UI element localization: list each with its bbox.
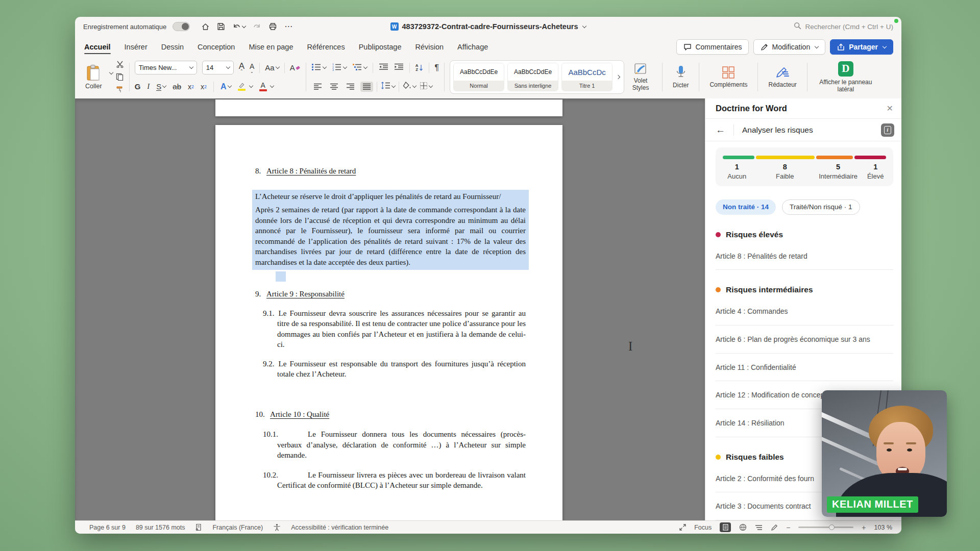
paste-button[interactable]: Coller [82, 63, 105, 91]
autosave-toggle[interactable] [173, 22, 190, 31]
doc-title-chevron-icon[interactable] [582, 23, 586, 28]
style-normal[interactable]: AaBbCcDdEe Normal [453, 63, 504, 91]
tab-conception[interactable]: Conception [198, 40, 235, 54]
draft-pen-icon[interactable] [771, 524, 778, 531]
superscript-button[interactable]: x2 [201, 83, 207, 91]
proofing-icon[interactable] [195, 523, 202, 531]
line-spacing-button[interactable] [381, 82, 390, 91]
tab-references[interactable]: Références [307, 40, 345, 54]
tab-publipostage[interactable]: Publipostage [359, 40, 402, 54]
undo-icon[interactable] [232, 22, 246, 31]
shading-chevron-icon[interactable] [412, 84, 416, 88]
decrease-indent-button[interactable] [379, 63, 388, 73]
editor-button[interactable]: Rédacteur [763, 60, 801, 94]
share-button[interactable]: Partager [830, 39, 893, 55]
align-right-button[interactable] [344, 82, 357, 92]
editing-mode-button[interactable]: Modification [753, 39, 825, 55]
back-arrow-icon[interactable]: ← [716, 124, 725, 136]
tab-dessin[interactable]: Dessin [161, 40, 184, 54]
highlight-chevron-icon[interactable] [249, 84, 253, 88]
risk-item[interactable]: Article 11 : Confidentialité [716, 354, 893, 382]
underline-button[interactable]: S [156, 83, 166, 91]
search-box[interactable]: Rechercher (Cmd + Ctrl + U) [794, 22, 893, 32]
close-icon[interactable]: ✕ [887, 105, 893, 113]
align-center-button[interactable] [328, 82, 340, 92]
risk-gauge-bar [723, 156, 886, 159]
document-title[interactable]: 483729372-Contrat-cadre-Fournisseurs-Ach… [402, 22, 578, 31]
tab-inserer[interactable]: Insérer [125, 40, 148, 54]
bullet-list-button[interactable] [311, 63, 322, 73]
bold-button[interactable]: G [135, 82, 141, 91]
outline-view-icon[interactable] [755, 524, 763, 531]
increase-indent-button[interactable] [394, 63, 404, 73]
zoom-slider[interactable] [798, 527, 853, 528]
pilcrow-button[interactable]: ¶ [435, 63, 439, 72]
shading-button[interactable] [403, 82, 411, 91]
risk-item[interactable]: Article 8 : Pénalités de retard [716, 242, 893, 270]
style-sans-interligne[interactable]: AaBbCcDdEe Sans interligne [507, 63, 558, 91]
styles-more-chevron-icon[interactable] [616, 75, 620, 79]
tab-revision[interactable]: Révision [415, 40, 444, 54]
strikethrough-button[interactable]: ab [173, 82, 181, 91]
document-page[interactable]: 8.Article 8 : Pénalités de retard L’Ache… [215, 125, 562, 520]
more-options-icon[interactable]: ⋯ [284, 22, 292, 31]
bullet-chevron-icon[interactable] [322, 65, 326, 69]
print-layout-view-icon[interactable] [720, 522, 731, 532]
zoom-level[interactable]: 103 % [874, 524, 892, 531]
risk-item[interactable]: Article 4 : Commandes [716, 297, 893, 325]
justify-button[interactable] [360, 82, 373, 92]
language-indicator[interactable]: Français (France) [212, 524, 263, 531]
tab-mise-en-page[interactable]: Mise en page [249, 40, 293, 54]
style-titre-1[interactable]: AaBbCcDc Titre 1 [561, 63, 612, 91]
font-color-chevron-icon[interactable] [270, 84, 274, 88]
numbered-chevron-icon[interactable] [342, 65, 347, 69]
document-canvas[interactable]: 8.Article 8 : Pénalités de retard L’Ache… [75, 98, 705, 520]
line-spacing-chevron-icon[interactable] [391, 84, 395, 88]
align-left-button[interactable] [311, 82, 324, 92]
focus-label[interactable]: Focus [694, 524, 712, 531]
info-icon[interactable]: i [881, 123, 894, 137]
word-count[interactable]: 89 sur 1576 mots [136, 524, 185, 531]
print-icon[interactable] [268, 22, 277, 31]
zoom-out-button[interactable]: − [786, 523, 790, 532]
font-size-select[interactable]: 14 [202, 61, 234, 74]
zoom-in-button[interactable]: + [862, 523, 866, 532]
tab-accueil[interactable]: Accueil [84, 40, 111, 54]
sort-button[interactable]: AZ [415, 64, 423, 72]
font-name-select[interactable]: Times New... [135, 61, 197, 74]
format-painter-icon[interactable] [116, 86, 124, 95]
focus-icon[interactable] [679, 524, 686, 531]
highlight-color-button[interactable] [238, 82, 246, 91]
filter-chip-traite[interactable]: Traité/Non risqué · 1 [782, 199, 860, 215]
home-icon[interactable] [201, 22, 210, 31]
tab-affichage[interactable]: Affichage [457, 40, 488, 54]
cut-icon[interactable] [116, 61, 124, 70]
borders-chevron-icon[interactable] [428, 84, 432, 88]
doctrine-panel-toggle-button[interactable]: D Afficher le panneau latéral [813, 60, 879, 94]
save-icon[interactable] [217, 22, 225, 31]
risk-item[interactable]: Article 6 : Plan de progrès économique s… [716, 325, 893, 354]
accessibility-status[interactable]: Accessibilité : vérification terminée [291, 524, 388, 531]
dictate-button[interactable]: Dicter [668, 60, 694, 94]
borders-button[interactable] [420, 82, 428, 92]
accessibility-icon[interactable] [273, 523, 281, 531]
numbered-list-button[interactable]: 123 [332, 63, 342, 73]
italic-button[interactable]: I [147, 82, 150, 91]
styles-pane-button[interactable]: Volet Styles [624, 60, 657, 94]
copy-icon[interactable] [116, 73, 124, 83]
multilevel-list-button[interactable] [352, 63, 362, 73]
web-layout-view-icon[interactable] [739, 523, 747, 531]
shrink-font-button[interactable]: A⌃ [250, 63, 254, 73]
clear-formatting-button[interactable]: A [290, 63, 301, 72]
change-case-button[interactable]: Aa [265, 63, 279, 72]
grow-font-button[interactable]: A⌃ [239, 62, 244, 73]
text-effects-button[interactable]: A [220, 82, 231, 91]
subscript-button[interactable]: x2 [188, 83, 194, 91]
multilevel-chevron-icon[interactable] [363, 65, 367, 69]
comments-button[interactable]: Commentaires [676, 39, 749, 55]
paste-chevron-icon[interactable] [109, 70, 113, 74]
filter-chip-non-traite[interactable]: Non traité · 14 [716, 199, 776, 215]
addins-button[interactable]: Compléments [704, 60, 752, 94]
font-color-button[interactable]: A [259, 82, 267, 91]
page-count[interactable]: Page 6 sur 9 [89, 524, 126, 531]
